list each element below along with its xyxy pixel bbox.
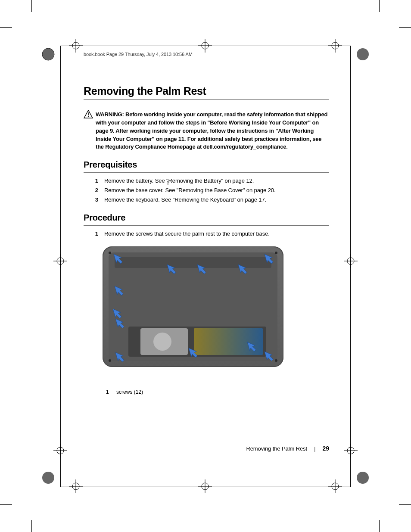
callout-table-label: screws (12) (116, 389, 143, 395)
warning-text: WARNING: Before working inside your comp… (96, 111, 329, 151)
screw-arrows-icon (103, 246, 283, 367)
svg-point-3 (42, 472, 54, 484)
page-number: 29 (322, 445, 329, 452)
laptop-base-illustration (103, 246, 283, 367)
footer-separator: | (314, 445, 315, 452)
registration-mark-icon (41, 47, 55, 61)
crosshair-icon (328, 39, 342, 53)
crosshair-icon (53, 444, 67, 457)
list-item: 2Remove the base cover. See "Removing th… (84, 186, 329, 195)
callout-table: 1 screws (12) (103, 387, 188, 397)
footer-title: Removing the Palm Rest (246, 445, 307, 452)
crop-line (0, 27, 12, 28)
crop-line (399, 27, 411, 28)
registration-mark-icon (356, 471, 370, 485)
rule (84, 172, 329, 173)
crosshair-icon (328, 479, 342, 493)
crosshair-icon (198, 39, 212, 53)
crop-line (0, 504, 12, 505)
crop-line (31, 520, 32, 532)
crop-line (31, 0, 32, 12)
list-item: 1Remove the screws that secure the palm … (84, 229, 329, 239)
callout-table-num: 1 (106, 389, 116, 395)
registration-mark-icon (356, 47, 370, 61)
list-item: 3Remove the keyboard. See "Removing the … (84, 195, 329, 205)
registration-mark-icon (41, 471, 55, 485)
svg-point-37 (88, 116, 89, 117)
crosshair-icon (69, 39, 83, 53)
crosshair-icon (344, 444, 358, 457)
page-footer: Removing the Palm Rest | 29 (84, 445, 329, 452)
rule (84, 99, 329, 100)
warning-icon (84, 110, 93, 120)
prerequisites-steps: 1Remove the battery. See "Removing the B… (84, 176, 329, 205)
page-title: Removing the Palm Rest (84, 85, 329, 97)
callout-number: 1 (166, 180, 169, 187)
crop-line (379, 0, 380, 12)
crosshair-icon (69, 479, 83, 493)
document-page: book.book Page 29 Thursday, July 4, 2013… (0, 0, 411, 532)
list-item: 1Remove the battery. See "Removing the B… (84, 176, 329, 186)
figure: 1 1 screws (12) (103, 246, 288, 397)
warning-lead: WARNING: (96, 111, 125, 118)
print-header: book.book Page 29 Thursday, July 4, 2013… (84, 52, 329, 58)
warning-body: Before working inside your computer, rea… (96, 111, 327, 150)
warning-block: WARNING: Before working inside your comp… (84, 111, 329, 151)
svg-point-4 (357, 472, 369, 484)
crosshair-icon (344, 254, 358, 268)
crop-line (399, 504, 411, 505)
rule (84, 225, 329, 226)
content-area: book.book Page 29 Thursday, July 4, 2013… (84, 52, 329, 397)
procedure-steps: 1Remove the screws that secure the palm … (84, 229, 329, 239)
callout-leader (188, 359, 188, 375)
svg-point-2 (357, 48, 369, 60)
prerequisites-heading: Prerequisites (84, 160, 329, 170)
crop-line (379, 520, 380, 532)
procedure-heading: Procedure (84, 213, 329, 223)
crosshair-icon (198, 479, 212, 493)
crosshair-icon (53, 254, 67, 268)
